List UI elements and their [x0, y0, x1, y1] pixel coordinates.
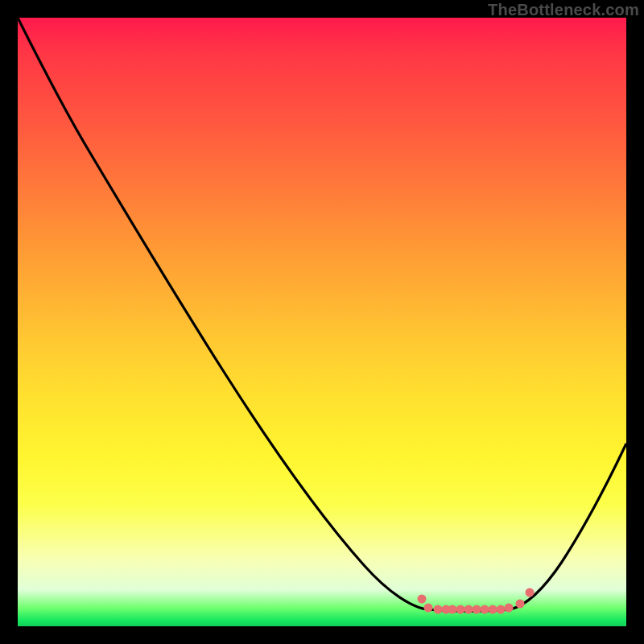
data-dot	[481, 605, 489, 614]
data-dot	[448, 605, 457, 614]
data-dot	[473, 605, 481, 614]
data-dot	[418, 595, 427, 604]
dot-group	[418, 588, 535, 614]
data-dot	[516, 600, 525, 609]
chart-svg	[18, 18, 626, 626]
data-dot	[526, 588, 535, 597]
chart-frame	[18, 18, 626, 626]
watermark-text: TheBottleneck.com	[488, 1, 639, 19]
curve-left	[18, 18, 427, 609]
data-dot	[505, 604, 514, 613]
data-dot	[489, 605, 497, 614]
data-dot	[464, 605, 473, 614]
data-dot	[456, 605, 465, 614]
data-dot	[434, 605, 443, 614]
plot-area	[18, 18, 626, 626]
data-dot	[497, 605, 506, 614]
curve-group	[18, 18, 626, 611]
curve-right	[510, 444, 626, 609]
data-dot	[424, 604, 433, 613]
